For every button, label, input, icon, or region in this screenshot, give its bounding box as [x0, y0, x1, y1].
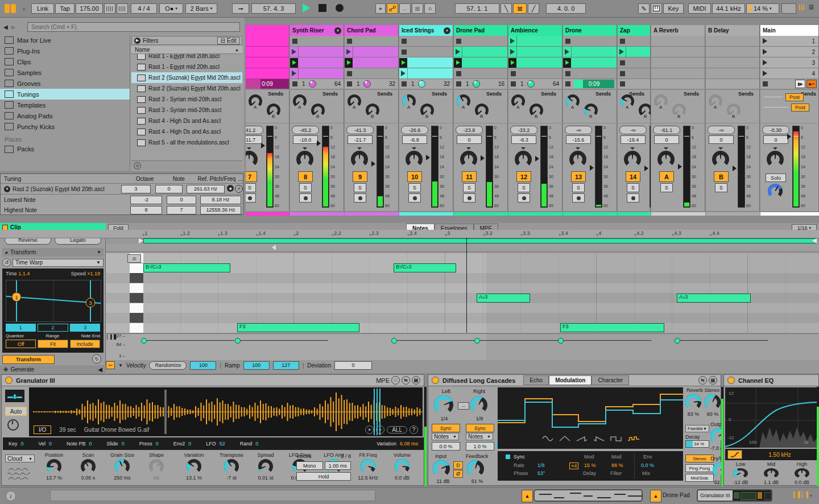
track-number-button[interactable]: 11	[462, 171, 477, 182]
clip-playing-button[interactable]	[508, 58, 516, 68]
mpe-param-value[interactable]: 52	[220, 441, 225, 447]
saw-up-icon[interactable]	[576, 435, 588, 442]
menu-icon[interactable]: ☰	[809, 4, 814, 10]
pan-knob[interactable]	[460, 151, 477, 168]
transform-apply-button[interactable]: Transform	[2, 355, 55, 364]
arm-button[interactable]	[354, 193, 366, 203]
piano-key[interactable]	[130, 303, 143, 313]
pan-knob[interactable]	[406, 151, 423, 168]
track-stop-button[interactable]	[402, 81, 407, 86]
track-number-button[interactable]: 12	[516, 171, 531, 182]
clip-playing-button[interactable]	[345, 58, 353, 68]
volume-field[interactable]: 0	[457, 135, 482, 144]
follow-button[interactable]: ➞	[232, 3, 249, 14]
tab-character[interactable]: Character	[592, 375, 629, 385]
eq-display[interactable]: 12 0 -12 100 1k	[725, 387, 817, 448]
solo-button[interactable]: S	[246, 183, 256, 192]
stop-all-clips-button[interactable]	[763, 81, 768, 86]
scene-slot[interactable]: 2	[760, 47, 819, 57]
midi-note[interactable]: B♮/C♭3	[394, 263, 456, 272]
scan-knob[interactable]	[81, 459, 96, 474]
volume-field[interactable]: -6.8	[402, 135, 427, 144]
post-button-b[interactable]: Post	[791, 104, 809, 111]
clip-play-icon[interactable]	[510, 49, 515, 55]
peak-level-display[interactable]: -33.2	[510, 126, 537, 134]
deviation-value[interactable]: 0	[334, 361, 372, 370]
arm-button[interactable]	[463, 193, 475, 203]
shape-knob[interactable]	[149, 459, 164, 474]
beat-ruler[interactable]: ⌞1⌞1.2⌞1.3⌞1.4⌞2⌞2.2⌞2.3⌞2.4⌞3⌞3.2⌞3.3⌞3…	[0, 230, 819, 238]
high-gain-knob[interactable]	[795, 468, 809, 478]
clip-slot[interactable]	[651, 47, 705, 57]
clip-slot[interactable]	[651, 36, 705, 47]
track-number-button[interactable]: 8	[298, 171, 313, 182]
clip-stop-icon[interactable]	[292, 39, 297, 44]
record-button[interactable]	[336, 4, 344, 12]
ruler-tick[interactable]: ⌞2.4	[407, 230, 417, 236]
clip-color-icon[interactable]	[2, 225, 8, 230]
clip-stop-icon[interactable]	[565, 71, 570, 76]
feedback-knob[interactable]	[467, 460, 484, 477]
midi-note[interactable]: F3	[237, 323, 359, 332]
track-stop-button[interactable]	[292, 81, 297, 86]
clip-slot[interactable]	[345, 47, 399, 57]
clip-slot[interactable]	[508, 47, 562, 57]
clip-play-icon[interactable]	[456, 49, 460, 55]
piano-key[interactable]	[130, 283, 143, 294]
clip-overview-toggle[interactable]: ▲	[522, 490, 533, 502]
solo-button[interactable]: S	[299, 183, 312, 192]
piano-key[interactable]	[130, 293, 143, 303]
right-sync-button[interactable]: Sync	[466, 424, 494, 432]
track-header[interactable]: Iced Strings▼	[399, 25, 453, 36]
loop-start-field[interactable]: 57. 1. 1	[455, 3, 499, 14]
clip-playing-button[interactable]	[454, 58, 462, 68]
clip-playing-button[interactable]	[290, 58, 298, 68]
track-header[interactable]: Zap	[618, 25, 651, 36]
randomize-amount[interactable]: 100	[190, 361, 216, 370]
clip-playing-button[interactable]	[563, 58, 571, 68]
pan-knob[interactable]	[767, 151, 784, 168]
low-gain-knob[interactable]	[733, 468, 748, 478]
volume-field[interactable]: -8.3	[511, 135, 536, 144]
mpe-param[interactable]: Rand0	[240, 441, 259, 447]
clip-stop-icon[interactable]	[620, 60, 625, 65]
clip-overview[interactable]	[533, 489, 643, 502]
randomize-button[interactable]: Randomize	[149, 361, 187, 370]
grain-size-knob[interactable]	[115, 459, 130, 474]
volume-field[interactable]: -11.7	[246, 135, 262, 144]
peak-level-display[interactable]: -61.1	[653, 126, 680, 134]
back-to-arrangement-button[interactable]: ←	[399, 3, 411, 14]
clip-slot[interactable]	[290, 36, 344, 47]
mod-sync-checkbox[interactable]	[506, 455, 510, 459]
solo-button[interactable]: S	[408, 183, 421, 192]
mpe-param[interactable]: Slide0	[107, 441, 125, 447]
mpe-param-value[interactable]: 0	[156, 441, 159, 447]
warp-step-3[interactable]: 3	[70, 324, 100, 332]
stop-button[interactable]	[318, 4, 326, 12]
volume-field[interactable]: -19.4	[621, 135, 646, 144]
clip-slot[interactable]	[454, 36, 508, 47]
mpe-param-value[interactable]: 0	[255, 441, 258, 447]
clip-slot[interactable]	[618, 68, 651, 79]
knob-value[interactable]: 68	[154, 475, 159, 481]
quantization-menu[interactable]: 2 Bars▾	[185, 3, 217, 14]
quantize-value[interactable]: Off	[6, 340, 36, 348]
track-header[interactable]: B Delay	[706, 25, 760, 36]
left-delay-time[interactable]: 1/4	[434, 416, 454, 422]
preview-headphone-icon[interactable]: ◎	[127, 254, 141, 263]
track-stop-button[interactable]	[456, 81, 461, 86]
device-on-led[interactable]	[5, 377, 13, 384]
clip-play-icon[interactable]	[292, 71, 296, 76]
knob-value[interactable]: 12.5 kHz	[358, 475, 378, 481]
note-end-value[interactable]: Include	[70, 340, 100, 348]
arm-button[interactable]	[518, 193, 530, 203]
mpe-param-value[interactable]: 0	[89, 441, 92, 447]
arm-button[interactable]	[246, 193, 256, 203]
velocity-marker[interactable]	[474, 338, 480, 344]
clip-stop-icon[interactable]	[565, 39, 570, 44]
auto-button[interactable]: Auto	[5, 407, 27, 416]
cpu-meter[interactable]: 14 %▾	[746, 3, 779, 14]
pan-knob[interactable]	[657, 151, 675, 168]
clip-play-icon[interactable]	[619, 49, 624, 55]
hot-swap-icon[interactable]: ⇆	[698, 376, 707, 385]
